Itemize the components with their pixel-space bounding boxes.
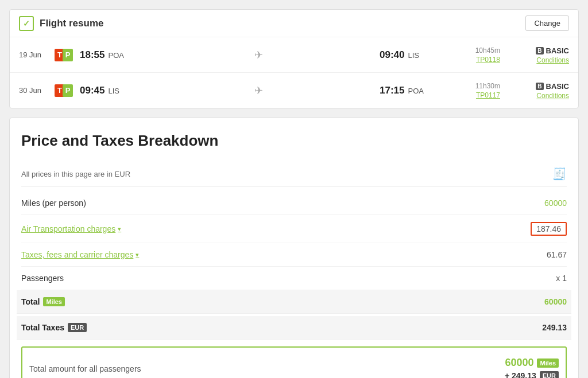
miles-badge: Miles [43,297,65,306]
depart-airport: LIS [108,87,119,95]
plane-icon: ✈ [143,84,374,97]
grand-eur: + 249.13 EUR [505,371,559,378]
depart-time: 18:55 [80,49,105,61]
flight-date: 30 Jun [19,86,48,95]
depart-airport: POA [108,51,123,60]
grand-total-row: Total amount for all passengers 60000 Mi… [21,346,567,378]
logo-p: P [63,49,73,61]
price-row-miles: Miles (per person) 60000 [21,192,567,215]
flight-resume-title: Flight resume [40,18,103,29]
grand-miles: 60000 Miles [505,357,559,369]
checkmark-icon: ✓ [19,16,34,31]
flight-class-section: B BASIC Conditions [506,45,569,64]
airline-logo: T P [53,47,74,63]
flight-number-link[interactable]: TP0118 [476,56,500,64]
basic-icon: B [536,47,543,54]
grand-total-values: 60000 Miles + 249.13 EUR [505,357,559,378]
price-row-taxes-fees: Taxes, fees and carrier charges ▾ 61.67 [21,243,567,267]
depart-info: 18:55 POA [80,49,137,61]
dropdown-arrow-icon: ▾ [118,225,121,233]
price-breakdown-card: Price and Taxes Breakdown All prices in … [9,118,579,378]
grand-plus: + 249.13 [505,371,536,378]
conditions-link[interactable]: Conditions [506,92,569,100]
air-transport-label[interactable]: Air Transportation charges ▾ [21,224,121,233]
price-row-air-transport: Air Transportation charges ▾ 187.46 [21,215,567,243]
arrive-airport: LIS [408,51,419,60]
flight-meta: 10h45m TP0118 [443,46,500,64]
fare-class: BASIC [546,46,569,55]
change-button[interactable]: Change [525,15,569,31]
depart-time: 09:45 [80,85,105,96]
taxes-fees-label[interactable]: Taxes, fees and carrier charges ▾ [21,250,139,259]
flight-header-left: ✓ Flight resume [19,16,103,31]
basic-badge: B BASIC [536,46,569,55]
eur-badge: EUR [68,323,87,332]
flight-number-link[interactable]: TP0117 [476,91,500,99]
grand-miles-value: 60000 [505,357,533,369]
grand-eur-badge: EUR [540,371,559,378]
flight-date: 19 Jun [19,50,48,59]
logo-p: P [63,84,73,97]
flight-meta: 11h30m TP0117 [443,82,500,99]
currency-note: All prices in this page are in EUR [21,170,130,178]
passengers-label: Passengers [21,274,64,283]
total-miles-value: 60000 [544,297,567,306]
taxes-fees-value: 61.67 [547,250,567,259]
arrive-time: 17:15 [380,85,404,96]
basic-badge: B BASIC [536,82,569,91]
passengers-value: x 1 [556,274,567,283]
flight-duration: 11h30m [443,82,500,90]
plane-icon: ✈ [143,49,374,61]
arrive-airport: POA [408,87,423,95]
arrive-info: 17:15 POA [380,85,437,96]
flight-row: 30 Jun T P 09:45 LIS ✈ 17:15 POA 11h30m … [10,73,578,108]
flight-class-section: B BASIC Conditions [506,81,569,100]
flight-resume-card: ✓ Flight resume Change 19 Jun T P 18:55 … [9,9,579,108]
basic-icon: B [536,83,543,90]
breakdown-title: Price and Taxes Breakdown [21,132,567,150]
airline-logo: T P [53,83,74,99]
flight-resume-header: ✓ Flight resume Change [10,10,578,37]
air-transport-value: 187.46 [531,222,567,236]
grand-total-label: Total amount for all passengers [29,364,141,373]
arrive-time: 09:40 [380,49,404,61]
total-taxes-value: 249.13 [542,323,567,332]
currency-info-row: All prices in this page are in EUR 🧾 [21,161,567,187]
miles-value: 60000 [544,198,567,208]
receipt-icon: 🧾 [552,167,567,181]
flight-row: 19 Jun T P 18:55 POA ✈ 09:40 LIS 10h45m … [10,37,578,73]
total-miles-row: Total Miles 60000 [17,290,571,314]
dropdown-arrow-icon: ▾ [136,251,139,259]
fare-class: BASIC [546,82,569,91]
arrive-info: 09:40 LIS [380,49,437,61]
breakdown-content: Price and Taxes Breakdown All prices in … [10,118,578,378]
total-miles-label: Total Miles [21,297,65,306]
miles-label: Miles (per person) [21,198,86,208]
price-row-passengers: Passengers x 1 [21,267,567,290]
conditions-link[interactable]: Conditions [506,56,569,64]
total-taxes-row: Total Taxes EUR 249.13 [17,316,571,340]
depart-info: 09:45 LIS [80,85,137,96]
flight-duration: 10h45m [443,46,500,54]
grand-miles-badge: Miles [537,358,559,368]
total-taxes-label: Total Taxes EUR [21,323,87,332]
